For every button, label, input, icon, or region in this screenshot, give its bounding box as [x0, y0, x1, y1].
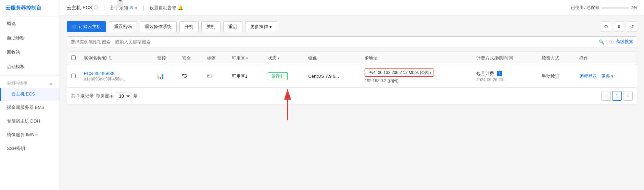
monitor-icon[interactable]: 📊 — [157, 73, 164, 79]
ip-private: 192.168.0.2 (内网) — [365, 78, 468, 84]
prev-page-button[interactable]: ‹ — [601, 91, 611, 101]
instance-name-link[interactable]: ECS-35495688 — [84, 71, 149, 76]
sort-icon[interactable]: ⇅ — [109, 55, 112, 61]
search-input[interactable] — [71, 39, 596, 45]
col-name: 实例名称/ID ⇅ — [80, 52, 153, 65]
sidebar-item-overview[interactable]: 概览 — [0, 16, 60, 31]
more-actions-chevron-icon: ▾ — [611, 74, 614, 79]
settings-button[interactable]: ⚙ — [601, 22, 611, 32]
sidebar-section-instances: 实例与镜像 ▲ — [0, 77, 60, 88]
topbar-title: 云主机 ECS ⓘ — [67, 5, 98, 11]
sidebar-item-self-diagnose[interactable]: 自助诊断 — [0, 31, 60, 45]
image-cell: CentOS 7.9 6... — [304, 65, 361, 88]
more-actions-button[interactable]: 更多操作 ▾ — [245, 21, 277, 32]
security-icon[interactable]: 🛡 — [182, 73, 188, 79]
billing-date: 2024-06-26 23:... — [476, 77, 533, 82]
sidebar-item-recycle[interactable]: 回收站 — [0, 45, 60, 60]
refresh-icon: ↺ — [630, 24, 634, 29]
sidebar-item-label: 启动模板 — [7, 64, 25, 70]
usage-bar — [602, 7, 629, 9]
table: 实例名称/ID ⇅ 监控 安全 标签 可用区 ▾ 状态 ▾ — [67, 52, 637, 87]
search-right: 🔍 | ⓘ 高级搜索 — [599, 39, 633, 45]
sidebar-item-bms[interactable]: 裸金属服务器 BMS — [0, 101, 60, 114]
status-filter-icon[interactable]: ▾ — [278, 56, 280, 60]
power-on-label: 开机 — [185, 24, 193, 30]
security-cell: 🛡 — [178, 65, 203, 88]
sidebar-collapse-button[interactable]: ◀ — [117, 0, 123, 7]
buy-label: 订购云主机 — [79, 24, 101, 30]
ip-cell: IPv4: 36.133.206.2 12 Mbps (公网) 192.168.… — [361, 65, 472, 88]
reinstall-label: 重装操作系统 — [145, 24, 172, 30]
sidebar-item-ssh[interactable]: SSH密钥 — [0, 142, 60, 155]
sidebar-item-label: SSH密钥 — [7, 146, 25, 151]
zone-cell: 可用区1 — [228, 65, 264, 88]
buy-instance-button[interactable]: 🛒 订购云主机 — [67, 21, 106, 32]
advanced-search-link[interactable]: 高级搜索 — [616, 39, 633, 45]
collapse-icon: ◀ — [119, 0, 122, 2]
select-all-checkbox[interactable] — [71, 55, 76, 60]
restart-label: 重启 — [228, 24, 237, 30]
current-page-button[interactable]: 1 — [612, 91, 622, 101]
billing-badge: 4 — [497, 71, 502, 76]
sidebar-item-template[interactable]: 启动模板 — [0, 60, 60, 74]
next-page-button[interactable]: › — [623, 91, 633, 101]
power-on-button[interactable]: 开机 — [179, 21, 199, 32]
toolbar: 🛒 订购云主机 重置密码 重装操作系统 开机 关机 重启 更多操作 ▾ — [67, 21, 637, 32]
next-icon: › — [627, 93, 629, 98]
topbar-right: 已使用 / 总配额 2% — [571, 5, 637, 11]
alert-label: 设置自动告警 — [150, 5, 176, 11]
main-content: 云主机 ECS ⓘ | 新手须知 ✉ ● | 设置自动告警 🔔 已使用 / 总配… — [60, 0, 644, 190]
sidebar-item-ims[interactable]: 镜像服务 IMS ⧉ — [0, 128, 60, 142]
reinstall-os-button[interactable]: 重装操作系统 — [140, 21, 177, 32]
zone-filter-icon[interactable]: ▾ — [246, 56, 248, 60]
download-icon: ⬇ — [617, 24, 621, 29]
ipv4-public: IPv4: 36.133.206.2 — [367, 70, 402, 75]
sidebar-item-ddh[interactable]: 专属宿主机 DDH — [0, 114, 60, 128]
col-tags: 标签 — [203, 52, 227, 65]
usage-percent: 2% — [631, 5, 637, 10]
remote-login-link[interactable]: 远程登录 — [579, 74, 597, 79]
total-records: 共 1 条记录 — [71, 93, 94, 99]
tags-icon[interactable]: 🏷 — [207, 73, 212, 79]
sidebar-item-label: 镜像服务 IMS — [7, 132, 34, 138]
row-checkbox[interactable] — [71, 74, 76, 78]
usage-bar-wrap: 2% — [602, 5, 637, 10]
content-area: 🛒 订购云主机 重置密码 重装操作系统 开机 关机 重启 更多操作 ▾ — [60, 16, 644, 190]
more-actions-link[interactable]: 更多 ▾ — [601, 74, 614, 79]
settings-icon: ⚙ — [604, 24, 608, 29]
search-bar: 🔍 | ⓘ 高级搜索 — [67, 36, 637, 47]
pagination: 共 1 条记录 每页显示 10 20 50 条 ‹ 1 › — [67, 87, 637, 104]
actions-cell: 远程登录 更多 ▾ — [575, 65, 637, 88]
topbar: 云主机 ECS ⓘ | 新手须知 ✉ ● | 设置自动告警 🔔 已使用 / 总配… — [60, 0, 644, 16]
page-title: 云主机 ECS — [67, 5, 92, 11]
pagination-nav: ‹ 1 › — [601, 91, 633, 101]
col-status: 状态 ▾ — [264, 52, 304, 65]
refresh-button[interactable]: ↺ — [627, 22, 637, 32]
billing-cell: 包月计费 4 2024-06-26 23:... — [472, 65, 538, 88]
per-page-select[interactable]: 10 20 50 — [116, 92, 131, 100]
col-ip: IP地址 — [361, 52, 472, 65]
shutdown-button[interactable]: 关机 — [201, 21, 220, 32]
sidebar-item-ecs[interactable]: 云主机 ECS — [0, 88, 60, 101]
monitor-cell: 📊 — [153, 65, 178, 88]
title-info-icon[interactable]: ⓘ — [94, 5, 98, 11]
topbar-divider2: | — [142, 4, 144, 11]
current-page: 1 — [616, 93, 618, 98]
renewal-cell: 手动续订 — [538, 65, 575, 88]
sidebar-item-label: 专属宿主机 DDH — [7, 118, 40, 124]
table-row: ECS-35495688 a1eb893c-c39f-458a-... 📊 🛡 … — [67, 65, 637, 88]
reset-password-button[interactable]: 重置密码 — [109, 21, 137, 32]
alert-setup-link[interactable]: 设置自动告警 🔔 — [150, 5, 183, 11]
sidebar-divider — [0, 75, 60, 76]
mail-icon: ✉ — [129, 5, 134, 11]
section-collapse-icon[interactable]: ▲ — [49, 81, 53, 85]
search-icon[interactable]: 🔍 — [599, 39, 604, 45]
restart-button[interactable]: 重启 — [223, 21, 242, 32]
download-button[interactable]: ⬇ — [614, 22, 624, 32]
search-divider: | — [606, 39, 607, 45]
sidebar-item-label: 概览 — [7, 21, 16, 27]
sidebar-item-label: 回收站 — [7, 49, 20, 55]
search-info-icon[interactable]: ⓘ — [609, 39, 614, 45]
newbie-guide-link[interactable]: 新手须知 ✉ ● — [110, 5, 137, 11]
usage-label: 已使用 / 总配额 — [571, 5, 599, 11]
